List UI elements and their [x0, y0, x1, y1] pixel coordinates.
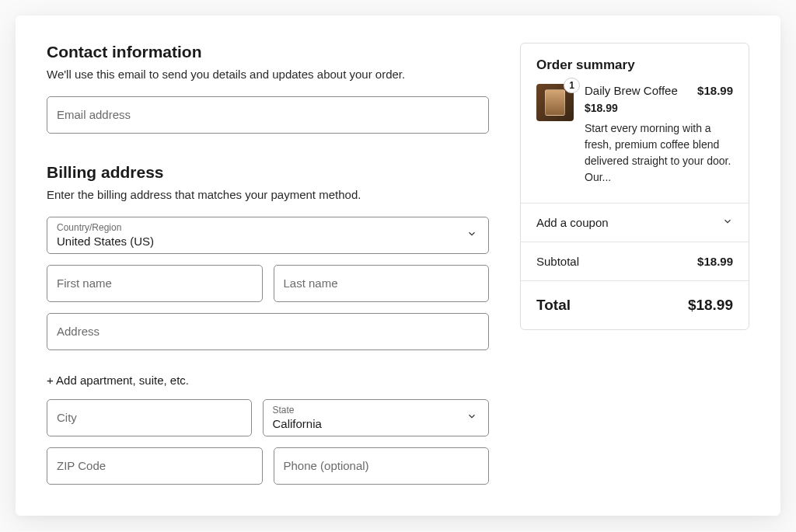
- item-name: Daily Brew Coffee: [585, 84, 678, 97]
- contact-section: Contact information We'll use this email…: [47, 43, 489, 134]
- total-value: $18.99: [688, 297, 733, 314]
- address-field[interactable]: Address: [47, 313, 489, 350]
- order-summary-column: Order summary 1 Daily Brew Coffee $18.99…: [520, 43, 749, 485]
- address-input[interactable]: [57, 325, 479, 338]
- item-description: Start every morning with a fresh, premiu…: [585, 120, 733, 186]
- billing-title: Billing address: [47, 163, 489, 182]
- contact-subtitle: We'll use this email to send you details…: [47, 66, 489, 82]
- coffee-bag-icon: [545, 89, 565, 116]
- subtotal-row: Subtotal $18.99: [521, 242, 749, 280]
- chevron-down-icon: [722, 216, 733, 229]
- coupon-label: Add a coupon: [536, 216, 609, 229]
- last-name-input[interactable]: [284, 276, 480, 290]
- email-input[interactable]: [57, 108, 479, 121]
- checkout-card: Contact information We'll use this email…: [16, 16, 780, 516]
- state-label: State: [273, 405, 295, 416]
- zip-field[interactable]: ZIP Code: [47, 447, 263, 485]
- phone-field[interactable]: Phone (optional): [274, 447, 490, 485]
- product-thumbnail-wrap: 1: [536, 84, 574, 121]
- chevron-down-icon: [466, 228, 477, 242]
- add-coupon-toggle[interactable]: Add a coupon: [521, 203, 749, 242]
- subtotal-value: $18.99: [697, 255, 733, 268]
- country-select[interactable]: Country/Region United States (US): [47, 217, 489, 254]
- subtotal-label: Subtotal: [536, 255, 579, 268]
- phone-input[interactable]: [284, 459, 480, 472]
- contact-title: Contact information: [47, 43, 489, 61]
- first-name-input[interactable]: [57, 276, 253, 290]
- item-body: Daily Brew Coffee $18.99 $18.99 Start ev…: [585, 84, 733, 186]
- state-value: California: [273, 417, 458, 430]
- summary-title: Order summary: [521, 43, 749, 84]
- order-summary: Order summary 1 Daily Brew Coffee $18.99…: [520, 43, 749, 330]
- quantity-badge: 1: [564, 78, 580, 93]
- city-input[interactable]: [57, 411, 242, 424]
- total-label: Total: [536, 297, 571, 314]
- zip-input[interactable]: [57, 459, 253, 472]
- checkout-form: Contact information We'll use this email…: [47, 43, 489, 485]
- country-label: Country/Region: [57, 222, 121, 233]
- billing-subtitle: Enter the billing address that matches y…: [47, 186, 489, 203]
- state-select[interactable]: State California: [263, 399, 490, 436]
- city-field[interactable]: City: [47, 399, 252, 436]
- last-name-field[interactable]: Last name: [274, 265, 490, 302]
- summary-item: 1 Daily Brew Coffee $18.99 $18.99 Start …: [521, 84, 749, 203]
- item-line-price: $18.99: [697, 84, 733, 97]
- add-apartment-link[interactable]: + Add apartment, suite, etc.: [47, 374, 189, 387]
- chevron-down-icon: [466, 411, 477, 425]
- billing-section: Billing address Enter the billing addres…: [47, 163, 489, 485]
- item-unit-price: $18.99: [585, 102, 733, 114]
- first-name-field[interactable]: First name: [47, 265, 263, 302]
- country-value: United States (US): [57, 235, 457, 248]
- total-row: Total $18.99: [521, 280, 749, 329]
- email-field[interactable]: Email address: [47, 96, 489, 134]
